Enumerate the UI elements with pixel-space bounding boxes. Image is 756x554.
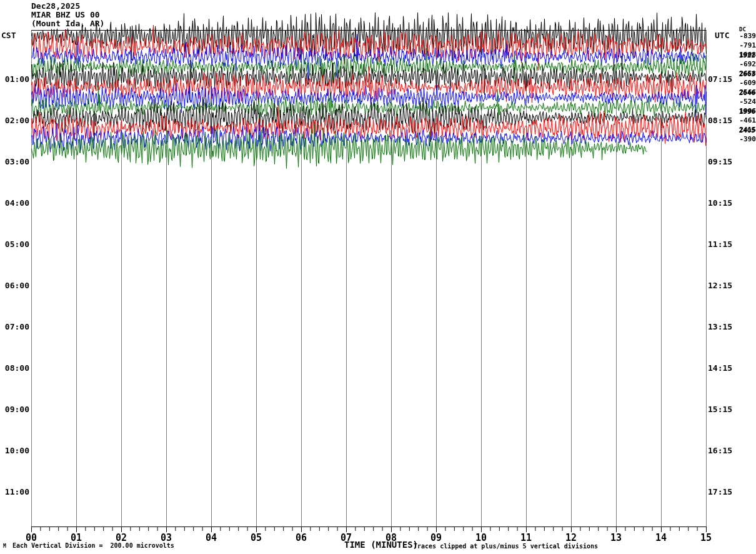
clip-footnote: Traces clipped at plus/minus 5 vertical … [414, 543, 598, 550]
seismogram-plot-canvas [0, 0, 756, 554]
right-hour-label: 08:15 [708, 116, 737, 125]
dc-value: 19081922 [734, 51, 756, 59]
x-tick-label: 11 [514, 532, 539, 543]
x-tick-label: 15 [694, 532, 719, 543]
dc-value: -791 [734, 42, 756, 49]
left-hour-label: 06:00 [0, 281, 29, 290]
x-tick-label: 09 [424, 532, 449, 543]
right-hour-label: 09:15 [708, 158, 737, 166]
right-hour-label: 15:15 [708, 405, 737, 414]
right-hour-label: 13:15 [708, 323, 737, 331]
title-location: (Mount Ida, AR) [31, 19, 104, 28]
dc-value: -461 [734, 117, 756, 124]
left-hour-label: 05:00 [0, 240, 29, 249]
x-tick-label: 13 [604, 532, 629, 543]
right-hour-label: 16:15 [708, 446, 737, 455]
x-tick-label: 14 [649, 532, 674, 543]
title-station: MIAR BHZ US 00 [31, 11, 100, 19]
left-hour-label: 02:00 [0, 116, 29, 125]
left-hour-label: 03:00 [0, 158, 29, 166]
dc-value: -609 [734, 79, 756, 87]
scale-footnote: Each Vertical Division = 200.00 microvol… [12, 542, 174, 549]
left-hour-label: 11:00 [0, 488, 29, 496]
x-tick-label: 05 [244, 532, 269, 543]
dc-value-overlay: 2663 [733, 71, 755, 78]
right-hour-label: 14:15 [708, 364, 737, 373]
right-hour-label: 10:15 [708, 199, 737, 208]
x-tick-label: 06 [289, 532, 314, 543]
dc-value-overlay: 2646 [733, 89, 755, 97]
left-timezone-label: CST [1, 31, 16, 40]
right-timezone-label: UTC [715, 31, 729, 40]
dc-value: -524 [734, 98, 756, 106]
x-tick-label: 04 [199, 532, 224, 543]
left-hour-label: 08:00 [0, 364, 29, 373]
left-hour-label: 01:00 [0, 75, 29, 84]
dc-value-overlay: 1996 [733, 108, 755, 116]
left-hour-label: 04:00 [0, 199, 29, 208]
dc-value: 19061996 [734, 108, 756, 115]
left-hour-label: 09:00 [0, 405, 29, 414]
dc-value: -839 [734, 33, 756, 40]
dc-value-overlay: 1922 [733, 52, 755, 59]
title-date: Dec28,2025 [31, 2, 80, 11]
left-hour-label: 07:00 [0, 323, 29, 331]
dc-value: -390 [734, 136, 756, 143]
right-hour-label: 12:15 [708, 281, 737, 290]
right-hour-label: 17:15 [708, 488, 737, 496]
x-tick-label: 12 [559, 532, 584, 543]
dc-value: 24152405 [734, 126, 756, 134]
x-axis-title: TIME (MINUTES) [344, 540, 418, 550]
corner-watermark: M [3, 543, 6, 549]
x-tick-label: 10 [469, 532, 494, 543]
helicorder-page: Dec28,2025 MIAR BHZ US 00 (Mount Ida, AR… [0, 0, 756, 554]
right-hour-label: 11:15 [708, 240, 737, 249]
dc-value: 26582663 [734, 70, 756, 78]
left-hour-label: 10:00 [0, 446, 29, 455]
dc-value: -692 [734, 61, 756, 68]
dc-value: 25662646 [734, 89, 756, 96]
dc-value-overlay: 2405 [733, 127, 755, 134]
